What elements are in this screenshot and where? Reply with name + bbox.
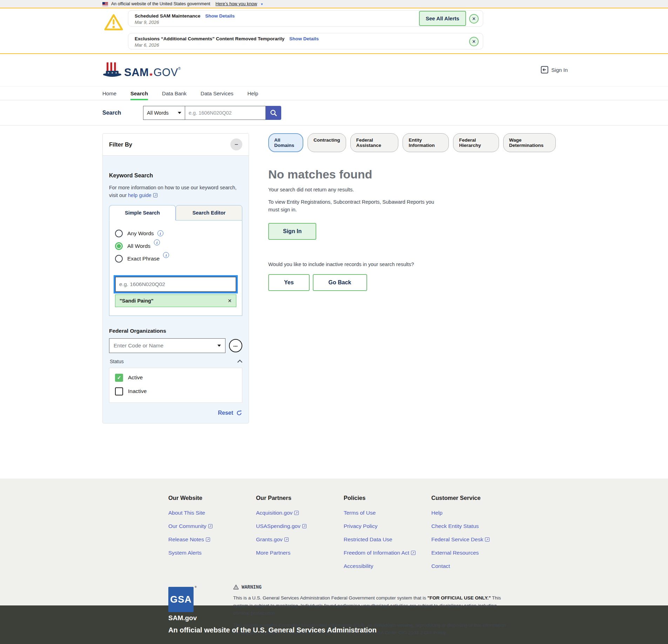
keyword-input[interactable] — [115, 277, 236, 292]
checkbox-checked-icon — [115, 374, 123, 382]
radio-exact-phrase[interactable]: Exact Phrase — [115, 255, 236, 263]
site-header: ★ ★ ★ SAM★GOV® Sign In — [0, 54, 668, 86]
radio-icon — [115, 255, 123, 263]
nav-item-data-bank[interactable]: Data Bank — [162, 87, 187, 100]
nav-item-home[interactable]: Home — [102, 87, 116, 100]
how-you-know-link[interactable]: Here’s how you know — [216, 1, 257, 6]
nav-item-data-services[interactable]: Data Services — [201, 87, 233, 100]
radio-any-words[interactable]: Any Words — [115, 230, 236, 237]
sign-in-button[interactable]: Sign In — [268, 223, 316, 240]
footer: Our Website About This Site Our Communit… — [0, 479, 668, 605]
footer-link-federal-service-desk[interactable]: Federal Service Desk — [431, 536, 519, 543]
filter-panel: Filter By Keyword Search For more inform… — [102, 133, 249, 423]
footer-link-our-community[interactable]: Our Community — [168, 523, 256, 529]
search-mode-select[interactable]: All Words — [143, 106, 185, 120]
radio-all-words[interactable]: All Words — [115, 242, 236, 250]
alerts-section: Scheduled SAM Maintenance Show Details M… — [0, 8, 668, 54]
show-details-link[interactable]: Show Details — [289, 36, 319, 41]
brand-registered-mark: ® — [178, 67, 181, 70]
footer-link-contact[interactable]: Contact — [431, 563, 519, 569]
alert-date: Mar 6, 2026 — [135, 42, 465, 48]
footer-link-check-entity-status[interactable]: Check Entity Status — [431, 523, 519, 529]
footer-link-release-notes[interactable]: Release Notes — [168, 536, 256, 543]
brand-star-icon: ★ — [149, 72, 153, 77]
footer-link-system-alerts[interactable]: System Alerts — [168, 550, 256, 556]
footer-link-terms-of-use[interactable]: Terms of Use — [344, 510, 431, 516]
reset-icon[interactable] — [236, 410, 242, 416]
no-results-text: Your search did not return any results. — [268, 187, 556, 192]
footer-link-restricted-data-use[interactable]: Restricted Data Use — [344, 536, 431, 543]
federal-org-combobox[interactable]: Enter Code or Name — [109, 338, 225, 353]
filter-title: Filter By — [109, 141, 132, 148]
chevron-up-icon[interactable] — [237, 360, 242, 365]
alert-title: Scheduled SAM Maintenance — [135, 13, 201, 19]
svg-text:★: ★ — [115, 72, 117, 74]
dropdown-arrow-icon — [217, 345, 221, 347]
gov-banner-text: An official website of the United States… — [111, 1, 210, 6]
alert-exclusions: Exclusions “Additional Comments” Content… — [128, 33, 483, 49]
tab-search-editor[interactable]: Search Editor — [176, 205, 242, 221]
radio-icon — [115, 230, 123, 237]
footer-link-acquisition-gov[interactable]: Acquisition.gov — [256, 510, 344, 516]
status-box: Active Inactive — [109, 368, 242, 403]
radio-selected-icon — [115, 242, 123, 250]
help-guide-link[interactable]: help guide — [128, 192, 157, 198]
yes-button[interactable]: Yes — [268, 274, 310, 291]
sign-in-link[interactable]: Sign In — [541, 66, 568, 74]
domain-tab-entity-information[interactable]: Entity Information — [403, 133, 449, 152]
domain-tab-federal-assistance[interactable]: Federal Assistance — [350, 133, 399, 152]
status-section-title: Status — [110, 359, 124, 364]
info-icon[interactable] — [157, 230, 163, 236]
chevron-down-icon: ▾ — [261, 2, 263, 6]
checkbox-active[interactable]: Active — [115, 374, 236, 382]
show-details-link[interactable]: Show Details — [205, 13, 235, 19]
footer-link-usaspending-gov[interactable]: USASpending.gov — [256, 523, 344, 529]
include-inactive-question: Would you like to include inactive recor… — [268, 262, 556, 267]
enter-icon — [541, 66, 548, 74]
go-back-button[interactable]: Go Back — [313, 274, 367, 291]
domain-tab-all-domains[interactable]: All Domains — [268, 133, 303, 152]
remove-chip-icon[interactable] — [228, 298, 232, 304]
svg-text:★: ★ — [111, 72, 113, 74]
warning-icon — [233, 584, 239, 590]
footer-link-external-resources[interactable]: External Resources — [431, 550, 519, 556]
domain-tab-contracting[interactable]: Contracting — [308, 133, 346, 152]
us-flag-icon — [102, 2, 108, 6]
footer-link-accessibility[interactable]: Accessibility — [344, 563, 431, 569]
sign-in-label: Sign In — [551, 67, 568, 73]
domain-tab-federal-hierarchy[interactable]: Federal Hierarchy — [453, 133, 499, 152]
search-button[interactable] — [266, 106, 281, 120]
footer-link-help[interactable]: Help — [431, 510, 519, 516]
footer-link-privacy-policy[interactable]: Privacy Policy — [344, 523, 431, 529]
search-input[interactable] — [185, 106, 266, 120]
ellipsis-icon[interactable] — [229, 339, 242, 352]
main-nav: Home Search Data Bank Data Services Help — [0, 86, 668, 100]
nav-item-search[interactable]: Search — [130, 87, 148, 100]
footer-col-our-partners: Our Partners Acquisition.gov USASpending… — [256, 495, 344, 576]
info-icon[interactable] — [163, 252, 169, 258]
footer-col-policies: Policies Terms of Use Privacy Policy Res… — [344, 495, 431, 576]
close-icon[interactable] — [469, 14, 479, 23]
footer-heading: Customer Service — [431, 495, 519, 501]
footer-link-about-this-site[interactable]: About This Site — [168, 510, 256, 516]
sam-gov-logo[interactable]: ★ ★ ★ SAM★GOV® — [102, 62, 181, 78]
footer-link-grants-gov[interactable]: Grants.gov — [256, 536, 344, 543]
brand-gov: GOV — [153, 66, 178, 79]
footer-link-foia[interactable]: Freedom of Information Act — [344, 550, 431, 556]
footer-col-customer-service: Customer Service Help Check Entity Statu… — [431, 495, 519, 576]
nav-item-help[interactable]: Help — [247, 87, 258, 100]
info-icon[interactable] — [154, 239, 160, 245]
footer-link-more-partners[interactable]: More Partners — [256, 550, 344, 556]
gov-banner: An official website of the United States… — [0, 0, 668, 8]
alert-title: Exclusions “Additional Comments” Content… — [135, 36, 284, 41]
reset-link[interactable]: Reset — [218, 410, 233, 416]
checkbox-inactive[interactable]: Inactive — [115, 387, 236, 395]
domain-tab-wage-determinations[interactable]: Wage Determinations — [503, 133, 556, 152]
close-icon[interactable] — [469, 37, 479, 46]
collapse-filter-button[interactable] — [230, 138, 242, 150]
search-bar: Search All Words — [0, 100, 668, 126]
footer-heading: Our Partners — [256, 495, 344, 501]
brand-sam: SAM — [124, 66, 149, 79]
see-all-alerts-button[interactable]: See All Alerts — [419, 11, 466, 26]
tab-simple-search[interactable]: Simple Search — [109, 205, 176, 221]
